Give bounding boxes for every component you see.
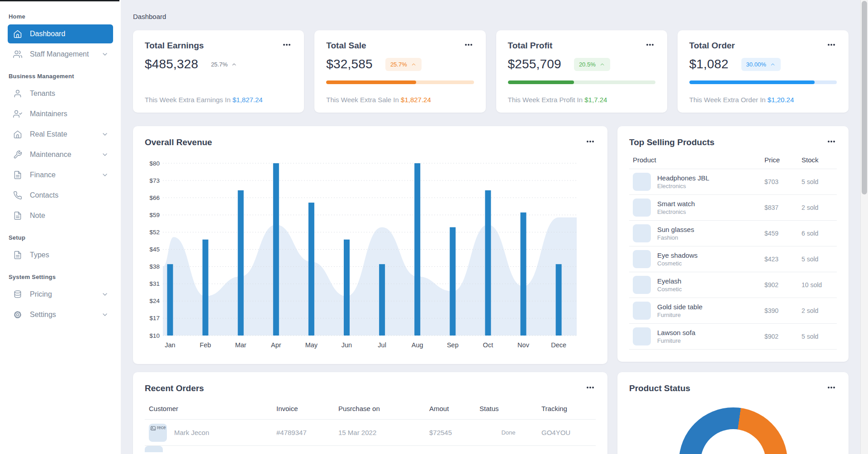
page-scrollbar-track[interactable] (860, 0, 868, 454)
x-axis-tick-label: May (305, 341, 318, 349)
total-sale-menu-button[interactable] (463, 40, 474, 51)
stat-card-total-earnings: Total Earnings$485,32825.7%This Week Ext… (133, 30, 304, 113)
chevron-down-icon (101, 311, 109, 318)
dashboard-page: { "page": { "breadcrumb": "Dashboard" },… (0, 0, 868, 454)
product-price: $902 (761, 281, 798, 288)
stat-card-footer-value: $1,7.24 (584, 96, 607, 104)
product-thumbnail (633, 276, 651, 294)
sidebar-item-label: Staff Management (30, 50, 89, 58)
orders-column-header-amout: Amout (425, 405, 475, 412)
gear-icon (13, 310, 22, 319)
total-order-menu-button[interactable] (826, 40, 837, 51)
product-row: Eye shadowsCosmetic$4235 sold (629, 246, 837, 272)
x-axis-tick-label: Nov (517, 341, 530, 349)
stat-card-change-badge: 25.7% (385, 58, 422, 71)
file-icon (13, 251, 22, 260)
revenue-bar-dece (556, 264, 562, 336)
product-name: Eye shadows (657, 251, 697, 260)
sidebar-item-staff-management[interactable]: Staff Management (8, 45, 113, 64)
sidebar-item-pricing[interactable]: Pricing (8, 285, 113, 304)
overall-revenue-chart: $80$73$66$59$52$45$38$31$24$17$10JanFebM… (145, 152, 596, 355)
revenue-bar-feb (203, 240, 209, 336)
customer-name: Mark Jecon (174, 429, 209, 436)
x-axis-tick-label: Jul (378, 341, 386, 349)
product-stock: 2 sold (798, 307, 837, 314)
sidebar-item-label: Dashboard (30, 30, 65, 38)
bottom-row: Recent Orders CustomerInvoicePusrchase o… (133, 372, 849, 454)
x-axis-tick-label: Jun (342, 341, 352, 349)
orders-column-header-pusrchase-on: Pusrchase on (334, 405, 425, 412)
stat-card-value-row: $32,58525.7% (326, 57, 474, 71)
order-customer-cell: receMark Jecon (145, 424, 272, 442)
chevron-down-icon (101, 51, 109, 58)
product-category: Cosmetic (657, 286, 682, 293)
recent-orders-title: Recent Orders (145, 383, 204, 393)
sidebar-item-real-estate[interactable]: Real Estate (8, 125, 113, 144)
chevron-down-icon (101, 131, 109, 138)
stat-cards-row: Total Earnings$485,32825.7%This Week Ext… (133, 30, 849, 113)
product-text: Headphones JBLElectronics (657, 174, 709, 189)
sidebar-item-label: Note (30, 212, 45, 220)
sidebar-item-maintainers[interactable]: Maintainers (8, 104, 113, 123)
product-thumbnail (633, 199, 651, 217)
product-row: EyelashCosmetic$90210 sold (629, 272, 837, 298)
stat-card-title: Total Order (689, 41, 735, 51)
phone-icon (13, 191, 22, 200)
product-stock: 2 sold (798, 204, 837, 211)
stat-card-footer: This Week Extra Profit In $1,7.24 (508, 96, 655, 104)
sidebar-item-types[interactable]: Types (8, 246, 113, 265)
dots-icon (826, 383, 837, 393)
total-earnings-menu-button[interactable] (281, 40, 292, 51)
overall-revenue-title: Overall Revenue (145, 137, 212, 147)
users-icon (13, 50, 22, 59)
products-column-header-price: Price (761, 156, 798, 164)
product-thumbnail (633, 327, 651, 345)
sidebar-item-note[interactable]: Note (8, 206, 113, 225)
file-icon (13, 211, 22, 220)
stat-card-value: $32,585 (326, 57, 373, 71)
top-selling-menu-button[interactable] (826, 137, 837, 147)
stat-card-change-value: 25.7% (390, 61, 407, 68)
breadcrumb: Dashboard (133, 13, 849, 20)
sidebar-item-contacts[interactable]: Contacts (8, 186, 113, 205)
y-axis-tick-label: $24 (149, 298, 160, 304)
orders-table-header: CustomerInvoicePusrchase onAmoutStatusTr… (145, 398, 596, 420)
sidebar-item-maintenance[interactable]: Maintenance (8, 145, 113, 164)
product-status-menu-button[interactable] (826, 383, 837, 393)
total-profit-menu-button[interactable] (645, 40, 655, 51)
product-row: Headphones JBLElectronics$7035 sold (629, 169, 837, 195)
revenue-bar-jul (379, 264, 385, 336)
product-cell: Eye shadowsCosmetic (629, 250, 761, 268)
x-axis-tick-label: Oct (483, 341, 493, 349)
page-scrollbar-thumb[interactable] (862, 1, 867, 194)
stat-card-progress-fill (689, 80, 815, 84)
order-customer-cell (145, 446, 272, 452)
product-cell: Gold side tableFurniture (629, 302, 761, 320)
dots-icon (645, 40, 655, 51)
product-category: Electronics (657, 183, 709, 189)
stat-card-footer-text: This Week Extra Earnings In (145, 96, 232, 104)
products-table-body: Headphones JBLElectronics$7035 soldSmart… (629, 169, 837, 350)
recent-orders-menu-button[interactable] (585, 383, 596, 393)
overall-revenue-menu-button[interactable] (585, 137, 596, 147)
sidebar-item-label: Maintenance (30, 151, 71, 159)
product-cell: Smart watchElectronics (629, 199, 761, 217)
dots-icon (463, 40, 474, 51)
stat-card-title: Total Sale (326, 41, 366, 51)
product-stock: 10 sold (798, 281, 837, 288)
sidebar-item-label: Pricing (30, 290, 52, 298)
x-axis-tick-label: Jan (165, 341, 175, 349)
sidebar-item-finance[interactable]: Finance (8, 166, 113, 184)
stat-card-change-value: 25.7% (211, 61, 228, 68)
product-stock: 5 sold (798, 255, 837, 263)
order-purchase-date: 15 Mar 2022 (334, 429, 425, 436)
main-content: Dashboard Total Earnings$485,32825.7%Thi… (121, 0, 860, 454)
stat-card-footer: This Week Extra Sale In $1,827.24 (326, 96, 474, 104)
sidebar-item-dashboard[interactable]: Dashboard (8, 24, 113, 43)
customer-avatar-broken-image (145, 446, 163, 452)
products-table-header: ProductPriceStock (629, 151, 837, 169)
y-axis-tick-label: $59 (149, 212, 160, 218)
product-status-header: Product Status (629, 383, 837, 393)
sidebar-item-settings[interactable]: Settings (8, 305, 113, 324)
sidebar-item-tenants[interactable]: Tenants (8, 84, 113, 103)
